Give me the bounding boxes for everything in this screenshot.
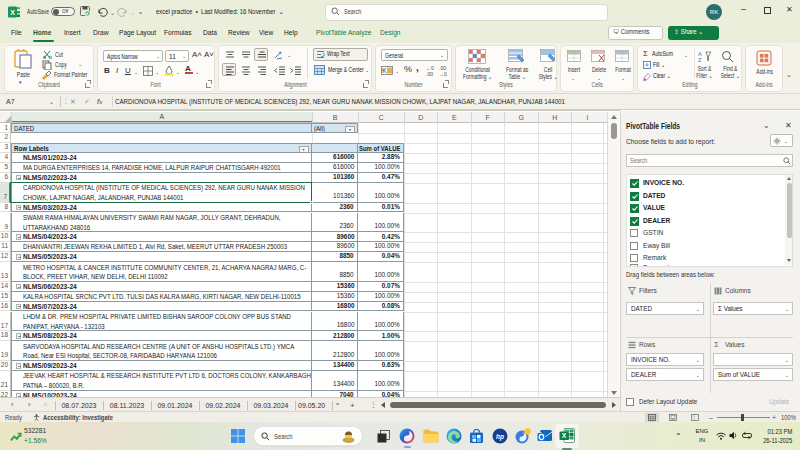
svg-text:K: K — [382, 67, 387, 74]
svg-text:hp: hp — [496, 433, 504, 441]
svg-text:Z: Z — [698, 57, 702, 63]
svg-text:→0: →0 — [439, 70, 447, 76]
svg-text:X: X — [10, 9, 15, 16]
svg-text:.00: .00 — [426, 70, 433, 76]
svg-text:X: X — [562, 432, 567, 439]
